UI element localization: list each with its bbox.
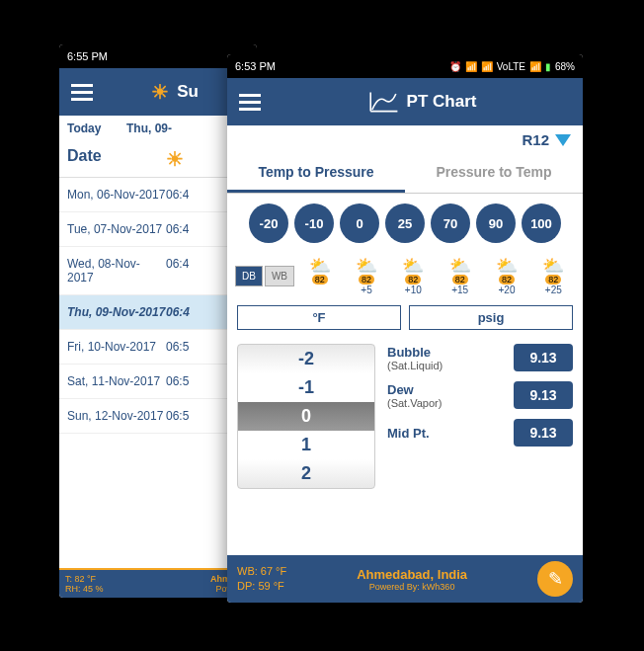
wifi-icon: 📶 <box>465 61 477 72</box>
temp-chip[interactable]: -10 <box>294 203 334 243</box>
tabs: Temp to Pressure Pressure to Temp <box>227 154 583 194</box>
footer: WB: 67 °F DP: 59 °F Ahmedabad, India Pow… <box>227 555 583 603</box>
weather-item[interactable]: ⛅82+20 <box>496 257 518 295</box>
weather-icon: ⛅ <box>402 257 424 275</box>
weather-item[interactable]: ⛅82 <box>309 257 331 295</box>
status-bar: 6:53 PM ⏰ 📶 📶 VoLTE 📶 ▮ 68% <box>227 54 583 78</box>
battery-pct: 68% <box>555 61 575 72</box>
dbwb-toggle: DB WB <box>235 266 294 286</box>
temp-chip[interactable]: 25 <box>385 203 425 243</box>
result-midpt: Mid Pt. 9.13 <box>387 419 573 447</box>
tab-date[interactable]: Thu, 09- <box>126 122 172 135</box>
result-label: Dew <box>387 382 414 397</box>
sun-icon: ☀ <box>151 80 169 104</box>
unit-temp: °F <box>237 305 401 330</box>
temp-chip[interactable]: 0 <box>340 203 379 243</box>
picker-item[interactable]: -1 <box>238 373 374 402</box>
footer-temp: T: 82 °F <box>65 574 104 584</box>
result-dew: Dew(Sat.Vapor) 9.13 <box>387 381 573 409</box>
app-header: PT Chart <box>227 78 583 125</box>
header-title: PT Chart <box>273 88 571 116</box>
picker-item[interactable]: 2 <box>238 459 374 488</box>
chart-icon <box>367 88 399 116</box>
picker-item-selected[interactable]: 0 <box>238 402 374 431</box>
weather-item[interactable]: ⛅82+10 <box>402 257 424 295</box>
edit-fab[interactable]: ✎ <box>537 561 573 597</box>
db-button[interactable]: DB <box>235 266 263 286</box>
refrigerant-label: R12 <box>522 131 549 148</box>
pencil-icon: ✎ <box>548 568 563 590</box>
weather-item[interactable]: ⛅82+5 <box>356 257 377 295</box>
weather-icon: ⛅ <box>449 257 471 275</box>
picker-item[interactable]: -2 <box>238 345 374 373</box>
battery-icon: ▮ <box>545 61 551 72</box>
temp-chip[interactable]: -20 <box>249 203 288 243</box>
picker-item[interactable]: 1 <box>238 431 374 459</box>
footer-rh: RH: 45 % <box>65 584 104 594</box>
result-sub: (Sat.Vapor) <box>387 397 442 409</box>
result-value: 9.13 <box>514 419 573 447</box>
weather-item[interactable]: ⛅82+25 <box>542 257 564 295</box>
unit-headers: °F psig <box>237 305 573 330</box>
footer-wb: WB: 67 °F <box>237 564 286 579</box>
weather-icon: ⛅ <box>542 257 564 275</box>
temp-chips: -20 -10 0 25 70 90 100 <box>227 194 583 253</box>
footer-center: Ahmedabad, India Powered By: kWh360 <box>357 567 467 592</box>
header-title: ☀ Su <box>105 80 245 104</box>
result-label: Mid Pt. <box>387 426 430 441</box>
result-bubble: Bubble(Sat.Liquid) 9.13 <box>387 344 573 371</box>
status-time: 6:55 PM <box>67 50 108 62</box>
temp-chip[interactable]: 90 <box>476 203 516 243</box>
status-time: 6:53 PM <box>235 60 276 72</box>
signal-icon: 📶 <box>481 61 493 72</box>
result-value: 9.13 <box>514 381 573 409</box>
footer-left: WB: 67 °F DP: 59 °F <box>237 564 286 595</box>
signal-icon: 📶 <box>529 61 541 72</box>
chevron-down-icon <box>555 134 571 146</box>
wb-button[interactable]: WB <box>265 266 294 286</box>
result-sub: (Sat.Liquid) <box>387 360 443 371</box>
pt-body: -2 -1 0 1 2 Bubble(Sat.Liquid) 9.13 Dew(… <box>227 336 583 497</box>
result-label: Bubble <box>387 345 431 360</box>
sun-icon: ☀ <box>166 147 184 171</box>
refrigerant-select[interactable]: R12 <box>522 131 571 148</box>
weather-icon: ⛅ <box>496 257 518 275</box>
footer-dp: DP: 59 °F <box>237 579 286 594</box>
footer-powered: Powered By: kWh360 <box>357 582 467 592</box>
tab-today[interactable]: Today <box>67 122 126 135</box>
alarm-icon: ⏰ <box>449 61 461 72</box>
status-right: ⏰ 📶 📶 VoLTE 📶 ▮ 68% <box>449 61 575 72</box>
results: Bubble(Sat.Liquid) 9.13 Dew(Sat.Vapor) 9… <box>387 344 573 489</box>
weather-row: DB WB ⛅82 ⛅82+5 ⛅82+10 ⛅82+15 ⛅82+20 ⛅82… <box>227 253 583 299</box>
volte-label: VoLTE <box>497 61 525 72</box>
phone-front: 6:53 PM ⏰ 📶 📶 VoLTE 📶 ▮ 68% PT Chart R12… <box>227 54 583 603</box>
temp-chip[interactable]: 70 <box>431 203 470 243</box>
temp-chip[interactable]: 100 <box>522 203 561 243</box>
col-date: Date <box>67 147 166 171</box>
result-value: 9.13 <box>514 344 573 371</box>
menu-icon[interactable] <box>71 84 93 101</box>
tab-pressure-to-temp[interactable]: Pressure to Temp <box>405 154 583 193</box>
weather-items: ⛅82 ⛅82+5 ⛅82+10 ⛅82+15 ⛅82+20 ⛅82+25 <box>298 257 575 295</box>
tab-temp-to-pressure[interactable]: Temp to Pressure <box>227 154 405 193</box>
footer-location: Ahmedabad, India <box>357 567 467 582</box>
weather-item[interactable]: ⛅82+15 <box>449 257 471 295</box>
refrigerant-row: R12 <box>227 125 583 154</box>
temp-picker[interactable]: -2 -1 0 1 2 <box>237 344 375 489</box>
weather-icon: ⛅ <box>309 257 331 275</box>
weather-icon: ⛅ <box>356 257 377 275</box>
menu-icon[interactable] <box>239 94 261 111</box>
unit-pressure: psig <box>409 305 573 330</box>
